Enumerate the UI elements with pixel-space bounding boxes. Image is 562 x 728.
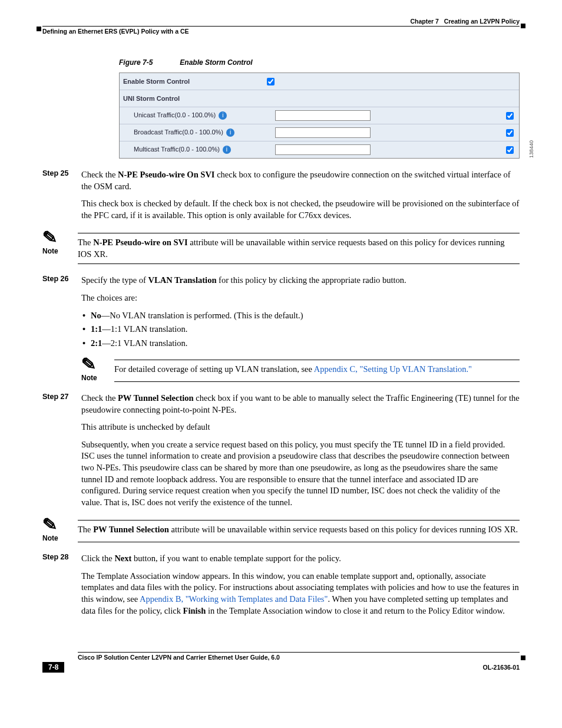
- step26-label: Step 26: [42, 275, 81, 354]
- chapter-title: Creating an L2VPN Policy: [444, 18, 520, 25]
- step26-body: Specify the type of VLAN Translation for…: [81, 275, 520, 354]
- page-number-badge: 7-8: [42, 662, 64, 673]
- vlan-choices-list: No—No VLAN translation is performed. (Th…: [81, 310, 520, 350]
- info-icon[interactable]: i: [226, 129, 234, 137]
- unicast-checkbox[interactable]: [506, 112, 514, 120]
- step25-label: Step 25: [42, 169, 81, 227]
- note-block-2: ✎ Note For detailed coverage of setting …: [81, 360, 520, 382]
- enable-storm-label: Enable Storm Control: [123, 78, 265, 85]
- pencil-icon: ✎: [42, 232, 57, 242]
- note-block-3: ✎ Note The PW Tunnel Selection attribute…: [42, 520, 520, 542]
- chapter-label: Chapter 7: [410, 18, 438, 25]
- step25-body: Check the N-PE Pseudo-wire On SVI check …: [81, 169, 520, 227]
- note-block-1: ✎ Note The N-PE Pseudo-wire on SVI attri…: [42, 233, 520, 264]
- note2-text: For detailed coverage of setting up VLAN…: [114, 360, 520, 382]
- note3-text: The PW Tunnel Selection attribute will b…: [78, 520, 520, 542]
- figure-caption: Figure 7-5 Enable Storm Control: [119, 58, 520, 67]
- section-title: Defining an Ethernet ERS (EVPL) Policy w…: [42, 28, 520, 35]
- info-icon[interactable]: i: [219, 111, 227, 120]
- broadcast-checkbox[interactable]: [506, 129, 514, 137]
- appendix-b-link[interactable]: Appendix B, "Working with Templates and …: [140, 594, 328, 604]
- footer-doc-id: OL-21636-01: [483, 664, 520, 671]
- note1-text: The N-PE Pseudo-wire on SVI attribute wi…: [78, 233, 520, 264]
- enable-storm-checkbox[interactable]: [267, 78, 275, 85]
- figure-id-code: 138440: [528, 140, 534, 158]
- multicast-checkbox[interactable]: [506, 146, 514, 154]
- broadcast-input[interactable]: [275, 127, 371, 138]
- info-icon[interactable]: i: [223, 146, 231, 154]
- page-header: Chapter 7 Creating an L2VPN Policy: [42, 18, 520, 27]
- broadcast-label: Broadcast Traffic(0.0 - 100.0%) i: [123, 129, 275, 137]
- unicast-input[interactable]: [275, 110, 371, 121]
- uni-storm-label: UNI Storm Control: [123, 95, 265, 102]
- unicast-label: Unicast Traffic(0.0 - 100.0%) i: [123, 111, 275, 120]
- footer-doc-title: Cisco IP Solution Center L2VPN and Carri…: [78, 653, 520, 661]
- step27-body: Check the PW Tunnel Selection check box …: [81, 393, 520, 514]
- list-item: No—No VLAN translation is performed. (Th…: [91, 310, 520, 322]
- multicast-input[interactable]: [275, 144, 371, 155]
- list-item: 1:1—1:1 VLAN translation.: [91, 324, 520, 335]
- pencil-icon: ✎: [81, 359, 96, 369]
- step28-label: Step 28: [42, 553, 81, 622]
- figure-number: Figure 7-5: [119, 58, 178, 67]
- note-label: Note: [42, 534, 78, 542]
- figure-title: Enable Storm Control: [180, 58, 252, 67]
- appendix-c-link[interactable]: Appendix C, "Setting Up VLAN Translation…: [314, 364, 472, 374]
- pencil-icon: ✎: [42, 519, 57, 529]
- list-item: 2:1—2:1 VLAN translation.: [91, 338, 520, 350]
- note-label: Note: [42, 247, 78, 255]
- step28-body: Click the Next button, if you want to en…: [81, 553, 520, 622]
- page-footer: Cisco IP Solution Center L2VPN and Carri…: [42, 652, 520, 673]
- note-label: Note: [81, 374, 114, 382]
- step27-label: Step 27: [42, 393, 81, 514]
- figure-storm-control: 138440 Enable Storm Control UNI Storm Co…: [119, 73, 520, 159]
- multicast-label: Multicast Traffic(0.0 - 100.0%) i: [123, 146, 275, 154]
